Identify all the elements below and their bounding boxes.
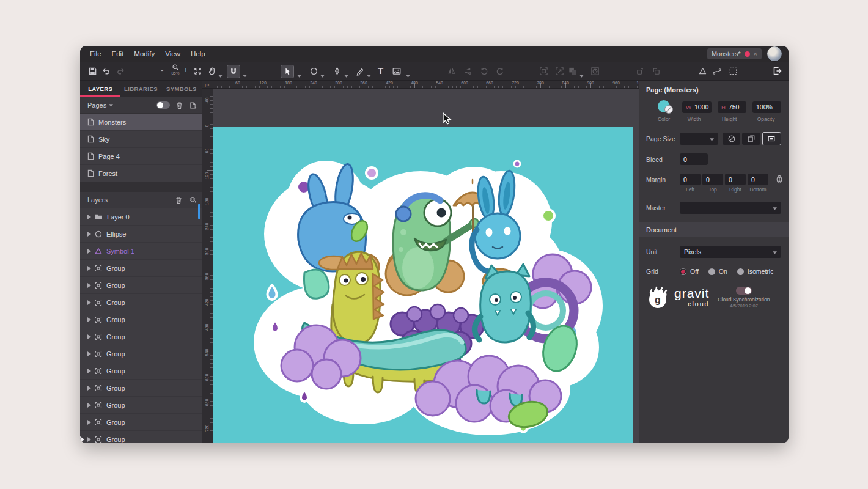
portrait-button[interactable] [742,133,760,145]
width-input[interactable]: W 1000 [682,101,712,113]
expand-chevron-icon[interactable] [87,386,91,391]
no-orientation-button[interactable] [723,133,740,145]
expand-chevron-icon[interactable] [87,334,91,339]
layer-row[interactable]: Group [80,362,202,380]
layer-row[interactable]: Ellipse [80,226,202,243]
knife-caret[interactable] [367,69,372,73]
document-tab[interactable]: Monsters* × [707,48,762,59]
sidebar-tab[interactable]: LAYERS [80,81,120,97]
expand-chevron-icon[interactable] [87,215,91,219]
ellipse-tool-icon[interactable] [307,65,320,77]
pages-visibility-toggle[interactable] [156,101,170,109]
slice-tool-icon[interactable] [727,65,739,77]
text-tool[interactable]: T [378,65,383,77]
add-page-icon[interactable] [189,101,197,109]
layer-row[interactable]: Group [80,397,202,414]
image-caret[interactable] [406,69,411,73]
menu-item[interactable]: File [90,50,101,57]
color-swatch-icon[interactable] [656,100,674,114]
expand-chevron-icon[interactable] [87,420,91,425]
radio-icon[interactable] [680,268,686,275]
pen-caret[interactable] [344,69,349,73]
zoom-in-button[interactable]: + [183,66,188,75]
pointer-caret[interactable] [297,69,302,73]
layer-row[interactable]: Group [80,414,202,431]
snap-caret[interactable] [243,69,248,73]
sidebar-tab[interactable]: SYMBOLS [161,81,202,97]
pointer-tool-icon[interactable] [281,65,294,78]
zoom-out-button[interactable]: - [161,66,163,75]
page-color-control[interactable] [650,100,680,114]
expand-chevron-icon[interactable] [87,403,91,408]
hand-tool-icon[interactable] [206,65,218,77]
menu-item[interactable]: Edit [112,50,124,57]
sidebar-tab[interactable]: LIBRARIES [120,81,161,97]
grid-radio-option[interactable]: Off [680,268,699,275]
landscape-button-selected[interactable] [762,132,781,145]
delete-layer-icon[interactable] [175,196,183,204]
margin-input[interactable]: 0 [725,174,746,185]
layer-row[interactable]: Group [80,431,202,443]
page-size-dropdown[interactable] [680,133,718,145]
delete-page-icon[interactable] [175,101,183,109]
layer-row[interactable]: Group [80,294,202,311]
ellipse-caret[interactable] [320,69,325,73]
layer-row[interactable]: Group [80,345,202,362]
knife-tool-icon[interactable] [354,65,366,77]
user-avatar[interactable] [767,46,782,62]
add-layer-icon[interactable] [188,196,197,204]
menu-item[interactable]: Help [191,50,205,57]
radio-icon[interactable] [737,268,744,275]
layer-row[interactable]: Group [80,328,202,345]
snap-magnet-icon[interactable] [227,65,240,78]
menu-item[interactable]: Modify [134,50,155,57]
expand-chevron-icon[interactable] [87,266,91,271]
pen-tool-icon[interactable] [331,65,343,77]
margin-input[interactable]: 0 [748,174,768,185]
layer-row[interactable]: Layer 0 [80,208,202,226]
grid-radio-option[interactable]: Isometric [737,268,774,275]
page-row[interactable]: Forest [80,165,202,182]
save-icon[interactable] [86,65,98,77]
pages-caret-icon[interactable] [109,104,113,107]
expand-chevron-icon[interactable] [87,437,91,442]
layer-row[interactable]: Group [80,277,202,294]
page-row[interactable]: Sky [80,131,202,148]
cloud-sync-toggle[interactable] [736,287,752,295]
layer-row[interactable]: Group [80,260,202,277]
expand-chevron-icon[interactable] [87,317,91,322]
hand-tool-caret[interactable] [218,69,223,73]
expand-chevron-icon[interactable] [87,283,91,288]
close-document-icon[interactable]: × [754,51,757,57]
expand-chevron-icon[interactable] [87,351,91,356]
symbol-tool-icon[interactable] [696,65,708,77]
workspace[interactable] [213,88,639,443]
expand-chevron-icon[interactable] [87,300,91,305]
export-icon[interactable] [771,65,783,77]
radio-icon[interactable] [708,268,715,275]
opacity-input[interactable]: 100% [752,101,781,113]
master-dropdown[interactable] [680,202,781,214]
fit-screen-icon[interactable] [191,65,204,77]
path-tool-icon[interactable] [711,65,723,77]
layer-row[interactable]: Group [80,380,202,397]
margin-link-icon[interactable] [776,175,783,184]
menu-item[interactable]: View [165,50,180,57]
grid-radio-option[interactable]: On [708,268,727,275]
unit-dropdown[interactable]: Pixels [680,246,781,258]
margin-input[interactable]: 0 [680,174,701,185]
layers-scrollbar-thumb[interactable] [198,204,200,219]
margin-input[interactable]: 0 [702,174,723,185]
page-row[interactable]: Monsters [80,114,202,131]
zoom-tool[interactable]: 85% [169,64,182,75]
expand-chevron-icon[interactable] [87,369,91,373]
bleed-input[interactable]: 0 [680,153,708,165]
expand-chevron-icon[interactable] [87,249,91,254]
image-tool-icon[interactable] [391,65,403,77]
page-row[interactable]: Page 4 [80,148,202,165]
canvas-page[interactable] [213,127,633,443]
undo-icon[interactable] [100,65,112,77]
layer-row[interactable]: Group [80,311,202,328]
expand-chevron-icon[interactable] [87,232,91,237]
height-input[interactable]: H 750 [718,101,746,113]
